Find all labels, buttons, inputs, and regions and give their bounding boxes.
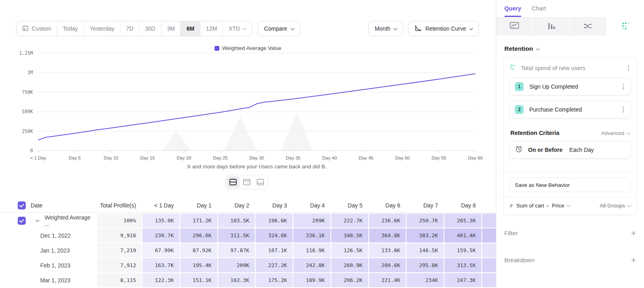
retention-value-cell[interactable]: 234K	[407, 273, 444, 287]
tab-query[interactable]: Query	[504, 0, 521, 17]
expand-row-chevron-icon[interactable]	[35, 218, 39, 222]
retention-value-cell[interactable]: 221.4K	[369, 273, 406, 287]
flows-report-icon[interactable]	[570, 17, 607, 35]
x-tick-label: Day 40	[312, 155, 348, 160]
retention-value-cell[interactable]: 133.8K	[369, 243, 406, 257]
row-checkbox[interactable]	[18, 217, 26, 225]
range-button-custom[interactable]: Custom	[17, 21, 57, 36]
range-button-7d[interactable]: 7D	[120, 21, 139, 36]
retention-value-cell[interactable]: 247.3K	[444, 273, 481, 287]
range-button-12m[interactable]: 12M	[200, 21, 223, 36]
granularity-dropdown[interactable]: Month	[368, 21, 403, 36]
retention-value-cell[interactable]: 364.8K	[369, 228, 406, 242]
row-date-cell[interactable]: Feb 1, 2023	[0, 258, 97, 272]
retention-value-cell[interactable]: 296.6K	[180, 228, 217, 242]
retention-value-cell[interactable]: 401.4K	[444, 228, 481, 242]
retention-curve-icon	[415, 25, 422, 33]
measure-property-dropdown[interactable]: Sum of cart ▸ Price	[516, 203, 570, 209]
retention-value-cell[interactable]: 162.3K	[218, 273, 255, 287]
range-button-3m[interactable]: 3M	[161, 21, 181, 36]
retention-value-cell[interactable]: 222.7K	[331, 213, 368, 228]
retention-value-cell[interactable]: 171.2K	[180, 213, 217, 228]
retention-value-cell[interactable]: 250.7K	[407, 213, 444, 228]
retention-value-cell[interactable]: 175.2K	[256, 273, 293, 287]
retention-value-cell[interactable]: 348.5K	[331, 228, 368, 242]
retention-value-cell-cut[interactable]	[482, 243, 496, 257]
retention-value-cell[interactable]: 206.2K	[331, 273, 368, 287]
row-date-cell[interactable]: Jan 1, 2023	[0, 243, 97, 257]
range-button-xtd[interactable]: XTD	[223, 21, 252, 36]
add-breakdown-button[interactable]: +	[631, 257, 636, 263]
retention-value-cell[interactable]: 227.2K	[256, 258, 293, 272]
retention-value-cell[interactable]: 242.8K	[293, 258, 330, 272]
retention-value-cell-cut[interactable]	[482, 213, 496, 228]
criteria-mode-dropdown[interactable]: Advanced	[601, 130, 630, 136]
total-profiles-cell: 100%	[97, 213, 142, 228]
behavior-step-card[interactable]: 1Sign Up Completed	[510, 78, 631, 95]
groups-dropdown[interactable]: All Groups	[600, 203, 631, 209]
retention-value-cell[interactable]: 97.87K	[218, 243, 255, 257]
range-button-30d[interactable]: 30D	[139, 21, 161, 36]
retention-value-cell-cut[interactable]	[482, 228, 496, 242]
retention-value-cell[interactable]: 151.1K	[180, 273, 217, 287]
retention-value-cell-cut[interactable]	[482, 273, 496, 287]
funnels-report-icon[interactable]	[533, 17, 570, 35]
retention-value-cell[interactable]: 159.5K	[444, 243, 481, 257]
insights-report-icon[interactable]	[496, 17, 533, 35]
retention-value-cell[interactable]: 116.9K	[293, 243, 330, 257]
select-all-checkbox[interactable]	[18, 201, 26, 209]
retention-value-cell[interactable]: 195.4K	[180, 258, 217, 272]
retention-value-cell[interactable]: 311.5K	[218, 228, 255, 242]
step-event-label: Sign Up Completed	[529, 83, 615, 90]
tab-chart[interactable]: Chart	[532, 0, 546, 17]
retention-value-cell[interactable]: 230.7K	[142, 228, 180, 242]
row-date-cell[interactable]: Dec 1, 2022	[0, 228, 97, 242]
row-date-cell[interactable]: Mar 1, 2023	[0, 273, 97, 287]
retention-value-cell[interactable]: 122.3K	[142, 273, 180, 287]
compare-button[interactable]: Compare	[258, 21, 300, 36]
retention-value-cell[interactable]: 265.3K	[444, 213, 481, 228]
retention-value-cell[interactable]: 209K	[218, 258, 255, 272]
range-button-6m[interactable]: 6M	[181, 21, 200, 36]
layout-chart-only-button[interactable]	[240, 176, 253, 188]
retention-value-cell[interactable]: 236.6K	[369, 213, 406, 228]
retention-value-cell[interactable]: 67.99K	[142, 243, 180, 257]
retention-value-cell[interactable]: 107.1K	[256, 243, 293, 257]
retention-value-cell[interactable]: 183.5K	[218, 213, 255, 228]
retention-value-cell[interactable]: 196.6K	[256, 213, 293, 228]
retention-section-dropdown[interactable]: Retention	[504, 45, 636, 52]
chart-legend[interactable]: Weighted Average Value	[0, 45, 496, 51]
range-button-yesterday[interactable]: Yesterday	[84, 21, 121, 36]
retention-value-cell[interactable]: 126.5K	[331, 243, 368, 257]
chevron-down-icon	[627, 131, 631, 135]
behavior-step-card[interactable]: 2Purchase Completed	[510, 101, 631, 118]
retention-value-cell[interactable]: 163.7K	[142, 258, 180, 272]
step-menu-button[interactable]	[621, 82, 625, 91]
range-button-today[interactable]: Today	[57, 21, 84, 36]
chart-type-dropdown[interactable]: Retention Curve	[408, 21, 479, 36]
retention-value-cell[interactable]: 87.92K	[180, 243, 217, 257]
layout-split-view-button[interactable]	[227, 176, 239, 188]
retention-value-cell-cut[interactable]	[482, 258, 496, 272]
row-date-cell[interactable]: Weighted Average ...	[0, 213, 97, 228]
retention-value-cell[interactable]: 146.5K	[407, 243, 444, 257]
retention-value-cell[interactable]: 336.1K	[293, 228, 330, 242]
layout-table-only-button[interactable]	[254, 176, 267, 188]
line-chart-canvas[interactable]	[37, 52, 476, 154]
retention-value-cell[interactable]: 383.2K	[407, 228, 444, 242]
retention-value-cell[interactable]: 295.8K	[407, 258, 444, 272]
add-filter-button[interactable]: +	[631, 230, 636, 236]
retention-report-icon[interactable]	[607, 17, 644, 35]
behavior-menu-button[interactable]	[626, 64, 631, 73]
chevron-down-icon	[566, 203, 570, 207]
step-menu-button[interactable]	[621, 105, 625, 114]
retention-value-cell[interactable]: 280.6K	[369, 258, 406, 272]
retention-value-cell[interactable]: 135.9K	[142, 213, 180, 228]
retention-value-cell[interactable]: 313.5K	[444, 258, 481, 272]
save-as-new-behavior-button[interactable]: Save as New Behavior	[510, 178, 631, 192]
retention-value-cell[interactable]: 260.9K	[331, 258, 368, 272]
criteria-condition-card[interactable]: On or Before Each Day	[510, 141, 631, 159]
retention-value-cell[interactable]: 189.9K	[293, 273, 330, 287]
retention-value-cell[interactable]: 324.6K	[256, 228, 293, 242]
retention-value-cell[interactable]: 209K	[293, 213, 330, 228]
